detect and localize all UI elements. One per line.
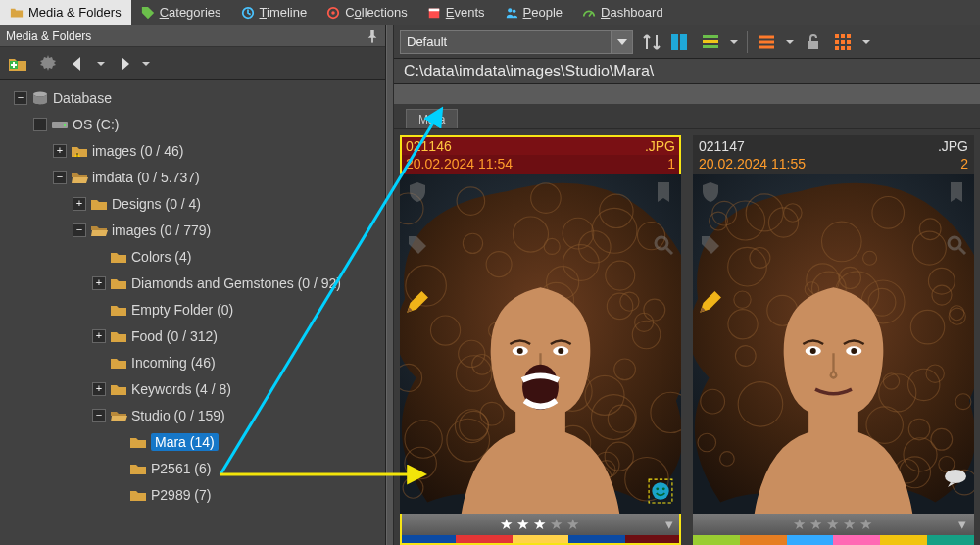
grid-dropdown[interactable]	[861, 31, 871, 53]
tag-icon	[699, 233, 722, 257]
tree-toggle[interactable]: +	[73, 197, 86, 211]
right-panel: Default	[394, 25, 980, 545]
folder-open-icon	[110, 409, 127, 422]
tree-label: Designs (0 / 4)	[112, 196, 201, 212]
tab-media-folders[interactable]: Media & Folders	[0, 0, 131, 25]
tab-people[interactable]: People	[495, 0, 572, 25]
svg-point-9	[33, 91, 47, 96]
search-icon	[945, 233, 968, 257]
tree-label: Database	[53, 90, 112, 106]
view-bands-button[interactable]	[700, 31, 721, 53]
tab-label: Collections	[345, 5, 408, 20]
top-tabs: Media & Folders Categories Timeline Coll…	[0, 0, 980, 25]
thumbnail-card[interactable]: 021147.JPG20.02.2024 11:552★★★★★▾	[693, 135, 974, 545]
card-subheader: 20.02.2024 11:541	[400, 155, 681, 174]
stripe	[394, 84, 980, 104]
tree-node[interactable]: Colors (4)	[2, 243, 385, 270]
card-ext: .JPG	[938, 138, 968, 154]
pin-icon[interactable]	[366, 29, 379, 43]
tree-toggle[interactable]: −	[14, 91, 27, 105]
grid-button[interactable]	[832, 31, 854, 53]
chevron-down-icon	[862, 38, 870, 46]
splitter[interactable]	[386, 25, 394, 545]
thumbnail-card[interactable]: 021146.JPG20.02.2024 11:541★★★★★▾	[400, 135, 681, 545]
breadcrumb-label: Mara	[418, 113, 445, 126]
tree-node[interactable]: Incoming (46)	[2, 349, 385, 375]
path-bar[interactable]: C:\data\imdata\images\Studio\Mara\	[394, 59, 980, 84]
tree-toggle[interactable]: −	[92, 409, 106, 422]
shield-icon	[406, 180, 429, 204]
combo-value: Default	[401, 31, 611, 53]
nav-forward-menu[interactable]	[140, 50, 152, 77]
lines-button[interactable]	[756, 31, 777, 53]
tree-label: OS (C:)	[73, 117, 119, 132]
tree-node[interactable]: P2989 (7)	[2, 481, 385, 508]
nav-back-menu[interactable]	[95, 50, 107, 77]
tag-icon	[141, 6, 155, 20]
tree-node[interactable]: −Studio (0 / 159)	[2, 402, 385, 428]
svg-rect-20	[835, 34, 839, 38]
folder-tree[interactable]: −Database−OS (C:)+images (0 / 46)−imdata…	[0, 80, 385, 545]
svg-rect-23	[835, 40, 839, 44]
tree-label: Diamonds and Gemstones (0 / 92)	[131, 275, 341, 291]
card-index: 1	[667, 156, 675, 172]
tree-toggle[interactable]: +	[92, 329, 106, 343]
portrait-illustration	[400, 174, 681, 514]
nav-forward-button[interactable]	[110, 50, 137, 77]
tree-toggle[interactable]: −	[53, 171, 67, 184]
tab-timeline[interactable]: Timeline	[231, 0, 318, 25]
rating-stars[interactable]: ★★★★★▾	[693, 514, 974, 535]
svg-point-163	[949, 237, 960, 249]
tree-toggle[interactable]: +	[92, 276, 106, 290]
layout-combo[interactable]: Default	[400, 30, 633, 54]
nav-back-button[interactable]	[65, 50, 92, 77]
speech-bubble-icon	[943, 469, 968, 488]
add-folder-button[interactable]	[4, 50, 31, 77]
clock-icon	[241, 6, 255, 20]
tree-node[interactable]: Mara (14)	[2, 428, 385, 455]
card-date: 20.02.2024 11:54	[406, 156, 513, 172]
svg-point-2	[331, 11, 335, 15]
tag-icon	[406, 233, 429, 257]
tab-label: Categories	[160, 5, 221, 20]
folder-open-icon	[90, 223, 108, 237]
folder-icon	[10, 6, 24, 20]
tab-dashboard[interactable]: Dashboard	[572, 0, 673, 25]
breadcrumb-tab[interactable]: Mara	[406, 109, 458, 128]
folder-icon	[129, 462, 147, 475]
combo-dropdown-button[interactable]	[611, 31, 632, 53]
view-dropdown[interactable]	[729, 31, 739, 53]
tab-label: Dashboard	[601, 5, 663, 20]
tree-node[interactable]: +Diamonds and Gemstones (0 / 92)	[2, 270, 385, 296]
sort-button[interactable]	[641, 31, 662, 53]
tree-toggle[interactable]: −	[73, 223, 86, 237]
left-toolbar	[0, 47, 385, 80]
tree-node[interactable]: −imdata (0 / 5.737)	[2, 164, 385, 190]
rating-stars[interactable]: ★★★★★▾	[400, 514, 681, 535]
drive-icon	[51, 118, 69, 131]
tree-node[interactable]: Empty Folder (0)	[2, 296, 385, 322]
lock-button[interactable]	[803, 31, 824, 53]
tree-node[interactable]: −Database	[2, 84, 385, 111]
tab-collections[interactable]: Collections	[317, 0, 417, 25]
view-columns-button[interactable]	[670, 31, 692, 53]
lines-dropdown[interactable]	[785, 31, 795, 53]
bands-icon	[701, 32, 720, 52]
tree-node[interactable]: +Food (0 / 312)	[2, 322, 385, 349]
tree-node[interactable]: −images (0 / 779)	[2, 217, 385, 243]
tree-node[interactable]: +Keywords (4 / 8)	[2, 375, 385, 402]
tree-node[interactable]: −OS (C:)	[2, 111, 385, 137]
shield-icon	[699, 180, 722, 204]
tree-node[interactable]: +images (0 / 46)	[2, 137, 385, 164]
tree-label: imdata (0 / 5.737)	[92, 170, 200, 185]
svg-point-5	[508, 8, 512, 12]
svg-rect-18	[703, 45, 718, 48]
tree-toggle[interactable]: −	[33, 118, 47, 131]
tab-categories[interactable]: Categories	[131, 0, 231, 25]
tree-node[interactable]: P2561 (6)	[2, 455, 385, 481]
settings-button[interactable]	[34, 50, 62, 77]
tree-toggle[interactable]: +	[92, 382, 106, 396]
tab-events[interactable]: Events	[417, 0, 495, 25]
tree-node[interactable]: +Designs (0 / 4)	[2, 190, 385, 217]
tree-toggle[interactable]: +	[53, 144, 67, 158]
